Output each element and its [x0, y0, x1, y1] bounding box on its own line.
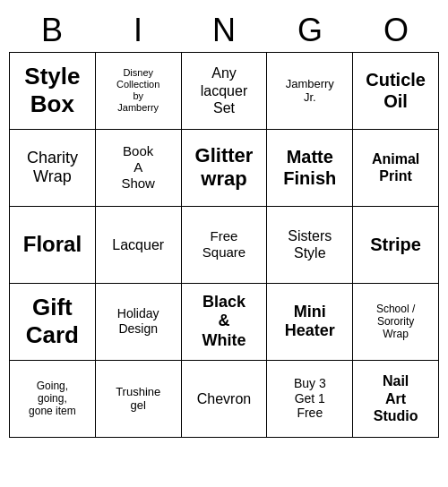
cell-r2-c2: BookAShow [96, 130, 182, 207]
cell-r4-c3: Black&White [182, 284, 268, 361]
cell-text: SistersStyle [270, 227, 349, 261]
cell-r5-c4: Buy 3Get 1Free [267, 361, 353, 438]
cell-r4-c1: GiftCard [10, 284, 96, 361]
cell-text: FreeSquare [185, 228, 264, 261]
cell-r5-c3: Chevron [182, 361, 268, 438]
cell-text: CharityWrap [13, 149, 92, 187]
cell-r5-c5: NailArtStudio [353, 361, 439, 438]
bingo-card: BINGO StyleBoxDisneyCollectionbyJamberry… [9, 9, 439, 438]
cell-text: BookAShow [99, 143, 178, 192]
cell-text: MiniHeater [270, 303, 349, 341]
cell-text: AnimalPrint [356, 150, 435, 184]
header-letter: B [9, 9, 95, 52]
cell-r1-c3: AnylacquerSet [182, 53, 268, 130]
cell-r5-c1: Going,going,gone item [10, 361, 96, 438]
header-letter: O [353, 9, 439, 52]
cell-r1-c4: JamberryJr. [267, 53, 353, 130]
cell-text: Buy 3Get 1Free [270, 376, 349, 421]
header-letter: G [267, 9, 353, 52]
cell-r4-c5: School /SororityWrap [353, 284, 439, 361]
cell-r2-c3: Glitterwrap [182, 130, 268, 207]
cell-text: MatteFinish [270, 146, 349, 189]
cell-r5-c2: Trushinegel [96, 361, 182, 438]
header-letter: N [181, 9, 267, 52]
cell-r3-c5: Stripe [353, 207, 439, 284]
cell-text: Glitterwrap [185, 144, 264, 192]
cell-r3-c2: Lacquer [96, 207, 182, 284]
cell-r2-c1: CharityWrap [10, 130, 96, 207]
cell-r3-c4: SistersStyle [267, 207, 353, 284]
cell-r4-c4: MiniHeater [267, 284, 353, 361]
cell-text: Going,going,gone item [13, 380, 92, 418]
cell-text: GiftCard [13, 294, 92, 349]
cell-text: AnylacquerSet [185, 64, 264, 116]
cell-text: Lacquer [99, 236, 178, 253]
cell-text: Black&White [185, 293, 264, 351]
cell-text: CuticleOil [356, 69, 435, 112]
cell-r2-c4: MatteFinish [267, 130, 353, 207]
cell-r1-c5: CuticleOil [353, 53, 439, 130]
header-letter: I [95, 9, 181, 52]
bingo-grid: StyleBoxDisneyCollectionbyJamberryAnylac… [9, 52, 439, 438]
cell-text: DisneyCollectionbyJamberry [99, 67, 178, 115]
cell-text: HolidayDesign [99, 306, 178, 337]
cell-text: NailArtStudio [356, 372, 435, 424]
cell-text: Chevron [185, 390, 264, 407]
cell-r4-c2: HolidayDesign [96, 284, 182, 361]
cell-text: School /SororityWrap [356, 303, 435, 341]
cell-r1-c1: StyleBox [10, 53, 96, 130]
cell-text: Floral [13, 232, 92, 258]
cell-text: Trushinegel [99, 385, 178, 413]
cell-r3-c3: FreeSquare [182, 207, 268, 284]
cell-text: Stripe [356, 234, 435, 255]
cell-r3-c1: Floral [10, 207, 96, 284]
cell-r1-c2: DisneyCollectionbyJamberry [96, 53, 182, 130]
cell-text: JamberryJr. [270, 77, 349, 105]
cell-r2-c5: AnimalPrint [353, 130, 439, 207]
bingo-header: BINGO [9, 9, 439, 52]
cell-text: StyleBox [13, 63, 92, 118]
